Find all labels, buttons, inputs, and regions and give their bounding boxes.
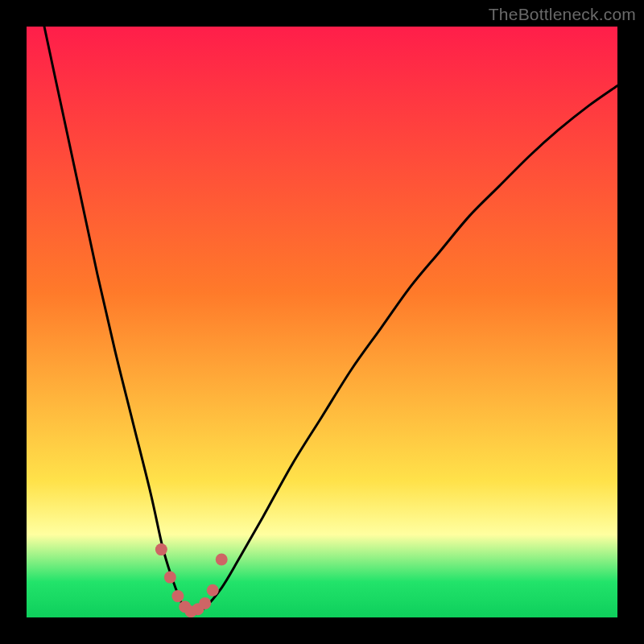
plot-area xyxy=(27,27,617,617)
curve-markers xyxy=(155,543,228,617)
bottleneck-curve xyxy=(27,27,617,614)
curve-marker xyxy=(171,590,184,602)
curve-marker xyxy=(199,597,211,609)
curve-marker xyxy=(216,554,228,566)
curve-marker xyxy=(207,584,219,597)
curve-layer xyxy=(27,27,617,617)
curve-marker xyxy=(164,572,176,584)
source-label: TheBottleneck.com xyxy=(489,5,636,24)
curve-marker xyxy=(155,543,167,555)
chart-frame: TheBottleneck.com xyxy=(0,0,644,644)
